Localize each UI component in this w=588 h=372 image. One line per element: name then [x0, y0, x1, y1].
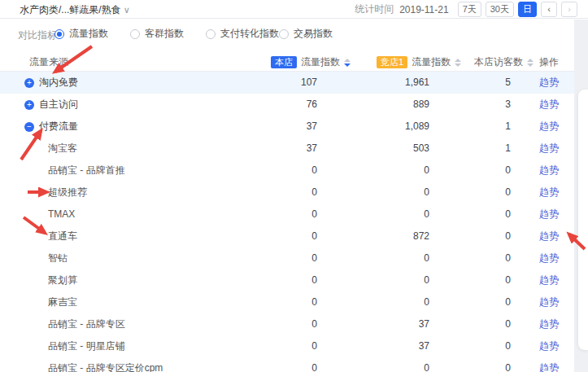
range-day-button[interactable]: 日: [518, 2, 537, 17]
trend-link[interactable]: 趋势: [539, 318, 559, 330]
sort-asc-icon[interactable]: [527, 59, 534, 62]
metric-radio-option[interactable]: 客群指数: [130, 27, 206, 41]
own-index-value: 37: [195, 116, 317, 138]
own-index-value: 0: [195, 160, 317, 182]
traffic-source-cell: 直通车: [0, 225, 195, 247]
table-row: 聚划算 0 0 0 趋势: [0, 269, 588, 291]
action-cell: 趋势: [539, 357, 572, 372]
action-cell: 趋势: [539, 182, 572, 204]
stat-time-label: 统计时间: [355, 2, 394, 16]
trend-link[interactable]: 趋势: [539, 340, 559, 352]
table-row: 品销宝 - 明星店铺 0 37 0 趋势: [0, 335, 588, 357]
traffic-source-cell: 聚划算: [0, 269, 195, 291]
metric-radio-label: 客群指数: [145, 27, 184, 41]
own-visitors-value: 0: [389, 160, 511, 182]
radio-icon[interactable]: [279, 29, 289, 39]
radio-icon[interactable]: [54, 29, 64, 39]
metric-radio-label: 支付转化指数: [220, 27, 279, 41]
own-index-value: 76: [195, 94, 317, 116]
traffic-source-name: 自主访问: [39, 98, 78, 110]
sort-asc-icon[interactable]: [455, 59, 461, 62]
own-index-value: 0: [195, 291, 317, 313]
trend-link[interactable]: 趋势: [539, 77, 559, 88]
range-7day-button[interactable]: 7天: [458, 2, 481, 17]
traffic-source-name: 麻吉宝: [48, 296, 77, 308]
column-visitors: 本店访客数: [474, 55, 534, 69]
sort-desc-icon[interactable]: [527, 63, 534, 67]
stat-time-value: 2019-11-21: [399, 4, 449, 15]
traffic-source-cell: − 付费流量: [0, 116, 195, 138]
traffic-source-name: 品销宝 - 明星店铺: [48, 340, 125, 352]
trend-link[interactable]: 趋势: [539, 98, 559, 110]
prev-date-button[interactable]: ‹: [541, 2, 557, 17]
own-visitors-value: 3: [389, 94, 511, 116]
own-visitors-value: 1: [389, 116, 511, 138]
metric-radio-option[interactable]: 流量指数: [54, 27, 130, 41]
action-cell: 趋势: [539, 313, 572, 335]
trend-link[interactable]: 趋势: [539, 274, 559, 286]
trend-link[interactable]: 趋势: [539, 230, 559, 242]
sort-control-visitors[interactable]: [527, 59, 534, 67]
action-cell: 趋势: [539, 160, 572, 182]
traffic-source-cell: + 淘内免费: [0, 72, 195, 94]
expand-toggle-icon[interactable]: +: [24, 78, 34, 88]
traffic-source-cell: + 自主访问: [0, 94, 195, 116]
expand-toggle-icon[interactable]: +: [24, 100, 34, 110]
sort-control-rival[interactable]: [455, 59, 461, 67]
own-visitors-value: 1: [389, 138, 511, 160]
own-visitors-value: 0: [389, 225, 511, 247]
traffic-source-name: 超级推荐: [48, 186, 87, 198]
table-row: + 自主访问 76 889 3 趋势: [0, 94, 588, 116]
trend-link[interactable]: 趋势: [539, 296, 559, 308]
metric-radio-label: 流量指数: [69, 27, 108, 41]
traffic-source-name: 品销宝 - 品牌专区定价cpm: [48, 362, 163, 372]
traffic-source-cell: 超级推荐: [0, 182, 195, 204]
own-visitors-value: 0: [389, 247, 511, 269]
own-index-value: 37: [195, 138, 317, 160]
table-row: 品销宝 - 品牌首推 0 0 0 趋势: [0, 160, 588, 182]
action-cell: 趋势: [539, 225, 572, 247]
own-visitors-value: 0: [389, 313, 511, 335]
trend-link[interactable]: 趋势: [539, 362, 559, 372]
trend-link[interactable]: 趋势: [539, 164, 559, 176]
action-cell: 趋势: [539, 291, 572, 313]
own-index-value: 0: [195, 225, 317, 247]
traffic-source-name: 淘内免费: [39, 77, 78, 88]
range-30day-button[interactable]: 30天: [486, 2, 514, 17]
sort-asc-icon[interactable]: [344, 59, 351, 62]
category-breadcrumb[interactable]: 水产肉类/...鲜蔬果/熟食∨: [20, 3, 130, 17]
traffic-source-name: 品销宝 - 品牌专区: [48, 318, 125, 330]
metric-radio-option[interactable]: 支付转化指数: [206, 27, 279, 41]
radio-icon[interactable]: [206, 29, 216, 39]
own-index-value: 0: [195, 204, 317, 225]
breadcrumb-chevron-icon: ∨: [124, 5, 130, 15]
trend-link[interactable]: 趋势: [539, 120, 559, 132]
sort-desc-icon[interactable]: [455, 63, 461, 67]
radio-icon[interactable]: [130, 29, 140, 39]
floating-side-panel[interactable]: [578, 90, 588, 350]
metric-radio-option[interactable]: 交易指数: [279, 27, 333, 41]
rival-shop-badge: 竞店1: [377, 56, 407, 68]
action-cell: 趋势: [539, 247, 572, 269]
traffic-source-name: 直通车: [48, 230, 77, 242]
trend-link[interactable]: 趋势: [539, 208, 559, 220]
sort-control-own[interactable]: [344, 59, 351, 67]
traffic-source-name: 智钻: [48, 252, 68, 264]
trend-link[interactable]: 趋势: [539, 186, 559, 198]
action-cell: 趋势: [539, 72, 572, 94]
action-cell: 趋势: [539, 204, 572, 225]
trend-link[interactable]: 趋势: [539, 252, 559, 264]
own-shop-badge: 本店: [271, 56, 297, 68]
next-date-button[interactable]: ›: [561, 2, 577, 17]
action-cell: 趋势: [539, 94, 572, 116]
table-header: 流量来源 本店 流量指数 竞店1 流量指数 本店访客数 操作: [0, 52, 574, 72]
trend-link[interactable]: 趋势: [539, 142, 559, 154]
traffic-source-name: 淘宝客: [48, 142, 77, 154]
column-action: 操作: [539, 55, 559, 69]
traffic-source-name: 品销宝 - 品牌首推: [48, 164, 125, 176]
top-bar: 水产肉类/...鲜蔬果/熟食∨ 统计时间 2019-11-21 7天 30天 日…: [0, 0, 588, 19]
expand-toggle-icon[interactable]: −: [24, 122, 34, 132]
sort-desc-icon[interactable]: [344, 63, 351, 67]
traffic-source-name: 聚划算: [48, 274, 77, 286]
column-own-index: 本店 流量指数: [271, 55, 351, 69]
